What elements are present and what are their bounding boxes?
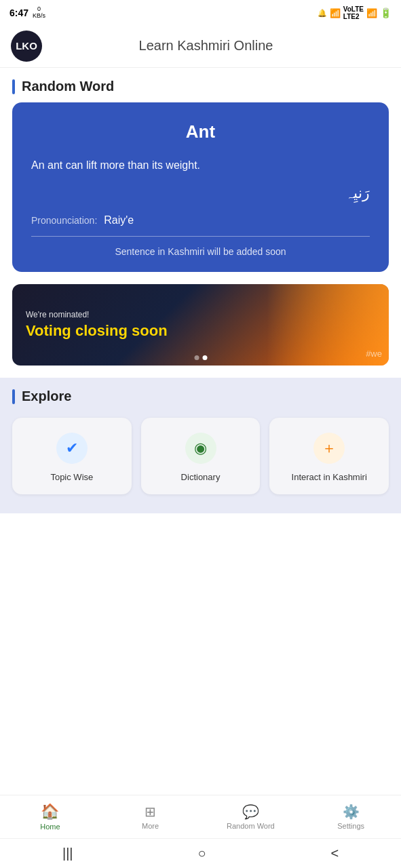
alarm-icon: 🔔: [318, 9, 327, 18]
app-title: Learn Kashmiri Online: [53, 38, 359, 54]
section-bar-accent: [12, 79, 15, 94]
word-arabic: رَنیِہ: [31, 184, 370, 202]
dictionary-label: Dictionary: [181, 472, 221, 482]
banner-content: We're nominated! Voting closing soon: [12, 300, 181, 349]
banner-small-text: We're nominated!: [26, 310, 168, 319]
dictionary-icon: ◉: [185, 433, 216, 464]
word-title: Ant: [31, 121, 370, 142]
nav-more-label: More: [142, 822, 159, 830]
explore-card-topic-wise[interactable]: ✔ Topic Wise: [12, 418, 132, 494]
nav-random-word[interactable]: 💬 Random Word: [201, 804, 301, 830]
word-note: Sentence in Kashmiri will be added soon: [31, 246, 370, 257]
explore-card-interact[interactable]: ＋ Interact in Kashmiri: [269, 418, 389, 494]
random-word-icon: 💬: [242, 804, 259, 820]
main-content: Random Word Ant An ant can lift more tha…: [0, 68, 401, 513]
random-word-section-title: Random Word: [22, 79, 114, 94]
sys-nav-home[interactable]: ○: [197, 846, 206, 861]
system-nav-bar: ||| ○ <: [0, 838, 401, 868]
word-card: Ant An ant can lift more than its weight…: [12, 102, 389, 272]
random-word-section-header: Random Word: [0, 68, 401, 102]
explore-section-header: Explore: [12, 389, 389, 404]
nav-random-word-label: Random Word: [227, 822, 275, 830]
bottom-nav: 🏠 Home ⊞ More 💬 Random Word ⚙️ Settings: [0, 795, 401, 838]
explore-section: Explore ✔ Topic Wise ◉ Dictionary ＋ Inte…: [0, 378, 401, 513]
nav-more[interactable]: ⊞ More: [100, 804, 201, 830]
app-logo: LKO: [11, 31, 42, 62]
battery-icon: 🔋: [380, 7, 392, 18]
home-icon: 🏠: [41, 803, 59, 821]
status-time: 6:47: [9, 7, 28, 18]
settings-icon: ⚙️: [343, 804, 360, 820]
nav-settings-label: Settings: [337, 822, 364, 830]
sys-nav-back[interactable]: <: [330, 846, 339, 861]
dot-2: [202, 355, 207, 360]
banner-hashtag: #we: [366, 349, 382, 359]
topic-wise-label: Topic Wise: [50, 472, 93, 482]
explore-card-dictionary[interactable]: ◉ Dictionary: [141, 418, 261, 494]
topic-wise-icon: ✔: [56, 433, 88, 464]
more-icon: ⊞: [145, 804, 156, 820]
dot-1: [194, 355, 199, 360]
pronunciation-row: Pronounciation: Raiy'e: [31, 214, 370, 237]
pronunciation-label: Pronounciation:: [31, 215, 97, 226]
nav-home[interactable]: 🏠 Home: [0, 803, 100, 831]
explore-cards-grid: ✔ Topic Wise ◉ Dictionary ＋ Interact in …: [12, 418, 389, 494]
nav-home-label: Home: [40, 823, 60, 831]
banner-main-text: Voting closing soon: [26, 322, 168, 340]
signal-text: VoLTELTE2: [343, 5, 364, 20]
status-icons: 🔔 📶 VoLTELTE2 📶 🔋: [318, 5, 392, 20]
nav-settings[interactable]: ⚙️ Settings: [301, 804, 401, 830]
explore-section-bar: [12, 389, 15, 404]
explore-section-title: Explore: [22, 389, 71, 404]
interact-label: Interact in Kashmiri: [292, 472, 367, 482]
banner-dots: [194, 355, 207, 360]
promo-banner[interactable]: We're nominated! Voting closing soon #we: [12, 284, 389, 366]
pronunciation-value: Raiy'e: [104, 214, 134, 226]
signal-bars-icon: 📶: [366, 8, 377, 18]
word-sentence: An ant can lift more than its weight.: [31, 157, 370, 174]
wifi-icon: 📶: [330, 8, 341, 18]
app-header: LKO Learn Kashmiri Online: [0, 24, 401, 68]
kb-indicator: 0KB/s: [33, 6, 45, 20]
sys-nav-recents[interactable]: |||: [62, 846, 73, 861]
status-bar: 6:47 0KB/s 🔔 📶 VoLTELTE2 📶 🔋: [0, 0, 401, 24]
interact-icon: ＋: [313, 433, 345, 464]
